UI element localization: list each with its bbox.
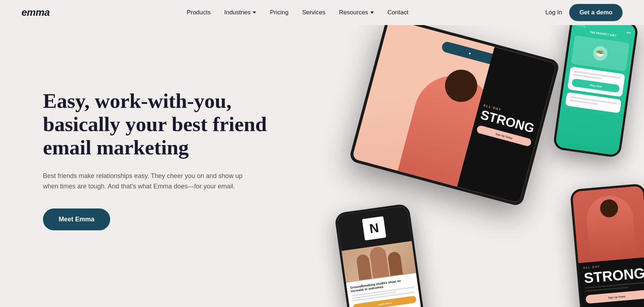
nav-link-pricing[interactable]: Pricing — [265, 6, 293, 19]
person-shape-2 — [369, 246, 389, 278]
phone-university-logo: N — [362, 216, 386, 240]
nav-link-contact[interactable]: Contact — [382, 6, 414, 19]
nav-item-resources[interactable]: Resources — [334, 6, 379, 19]
phone-top-screen: 4:21 PM ■■■ THE PERFECT DIET 🥗 — [555, 25, 636, 156]
nav-right: Log In Get a demo — [545, 4, 623, 21]
phone-top-btn: Shop Now — [571, 78, 620, 93]
hero-content: Easy, work-with-you, basically your best… — [43, 47, 275, 230]
chevron-down-icon — [253, 11, 256, 14]
get-demo-button[interactable]: Get a demo — [569, 4, 623, 21]
phone-dark-device: ALL DAY STRONG Sign Up Today — [570, 183, 644, 307]
hero-devices: ✦ ALL DAY STRONG Sign Up Today — [336, 25, 644, 307]
nav-item-contact[interactable]: Contact — [382, 6, 414, 19]
phone-dark-screen: ALL DAY STRONG Sign Up Today — [572, 186, 644, 307]
phone-university-content: N Groundbreaking studies show an increas… — [337, 206, 426, 307]
phone-status-time: 4:21 PM — [576, 25, 586, 28]
tablet-content: ✦ ALL DAY STRONG Sign Up Today — [352, 25, 557, 203]
nav-link-products[interactable]: Products — [182, 6, 216, 19]
phone-status-battery: ■■■ — [626, 31, 631, 34]
phone-top-content: 4:21 PM ■■■ THE PERFECT DIET 🥗 — [555, 25, 636, 156]
chevron-down-icon — [370, 11, 374, 14]
nav-item-industries[interactable]: Industries — [219, 6, 262, 19]
hero-headline: Easy, work-with-you, basically your best… — [43, 90, 275, 159]
brand-logo[interactable]: emma — [21, 7, 50, 18]
phone-top-card: Shop Now — [567, 67, 625, 97]
nav-item-pricing[interactable]: Pricing — [265, 6, 293, 19]
phone-top-device: 4:21 PM ■■■ THE PERFECT DIET 🥗 — [552, 25, 639, 158]
phone-university-device: N Groundbreaking studies show an increas… — [334, 203, 428, 307]
phone-top-image: 🥗 — [571, 35, 630, 72]
phone-dark-content: ALL DAY STRONG Sign Up Today — [572, 186, 644, 307]
login-link[interactable]: Log In — [545, 9, 562, 16]
nav-link-industries[interactable]: Industries — [219, 6, 262, 19]
tablet-device: ✦ ALL DAY STRONG Sign Up Today — [348, 25, 560, 207]
tablet-screen: ✦ ALL DAY STRONG Sign Up Today — [352, 25, 557, 203]
hero-section: Easy, work-with-you, basically your best… — [0, 25, 644, 307]
nav-link-services[interactable]: Services — [297, 6, 330, 19]
nav-links: Products Industries Pricing Services Res… — [182, 6, 414, 19]
phone-university-people — [351, 243, 406, 280]
nav-item-products[interactable]: Products — [182, 6, 216, 19]
nav-link-resources[interactable]: Resources — [334, 6, 379, 19]
phone-dark-image — [572, 186, 644, 263]
navbar: emma Products Industries Pricing Service… — [0, 0, 644, 25]
tablet-brand-icon: ✦ — [468, 51, 472, 56]
phone-dark-cta-btn: Sign Up Today — [585, 290, 644, 304]
nav-item-services[interactable]: Services — [297, 6, 330, 19]
phone-dark-text-area: ALL DAY STRONG Sign Up Today — [583, 261, 644, 304]
meet-emma-button[interactable]: Meet Emma — [43, 208, 110, 230]
hero-subtext: Best friends make relationships easy. Th… — [43, 171, 243, 192]
person-shape-1 — [356, 254, 371, 280]
person-shape-3 — [387, 251, 403, 276]
phone-university-screen: N Groundbreaking studies show an increas… — [337, 206, 426, 307]
